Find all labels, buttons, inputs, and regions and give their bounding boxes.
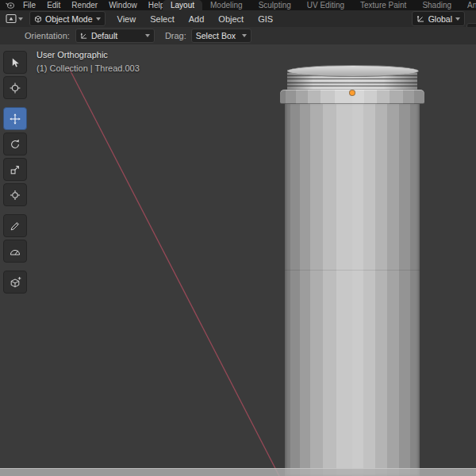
tab-sculpting[interactable]: Sculpting bbox=[251, 0, 299, 10]
menubar: File Edit Render Window Help bbox=[17, 0, 170, 10]
menu-add[interactable]: Add bbox=[182, 11, 212, 27]
drag-mode-value: Select Box bbox=[196, 31, 236, 40]
menu-gis[interactable]: GIS bbox=[251, 11, 280, 27]
transform-tool-button[interactable] bbox=[3, 183, 27, 206]
tool-settings-bar: Orientation: Default Drag: Select Box bbox=[0, 27, 476, 45]
thread-body bbox=[285, 102, 420, 476]
tab-shading[interactable]: Shading bbox=[414, 0, 459, 10]
annotate-tool-button[interactable] bbox=[3, 214, 27, 237]
chevron-down-icon bbox=[242, 34, 247, 37]
chevron-down-icon bbox=[18, 17, 23, 21]
axes-orientation-icon bbox=[416, 14, 425, 23]
mode-dropdown[interactable]: Object Mode bbox=[29, 11, 106, 26]
move-tool-button[interactable] bbox=[3, 107, 27, 130]
tab-layout[interactable]: Layout bbox=[163, 0, 202, 10]
blender-logo-icon[interactable] bbox=[3, 0, 16, 10]
menu-edit[interactable]: Edit bbox=[41, 0, 66, 10]
menu-file[interactable]: File bbox=[17, 0, 41, 10]
chevron-down-icon bbox=[455, 17, 460, 21]
mode-dropdown-label: Object Mode bbox=[45, 14, 93, 24]
blender-window: File Edit Render Window Help Layout Mode… bbox=[0, 0, 476, 476]
drag-mode-dropdown[interactable]: Select Box bbox=[191, 29, 251, 43]
viewport-menus: View Select Add Object GIS bbox=[110, 11, 281, 27]
move-arrows-icon bbox=[9, 113, 21, 125]
floor-plane bbox=[0, 468, 476, 476]
editor-type-3d-viewport-icon bbox=[6, 13, 17, 24]
tab-modeling[interactable]: Modeling bbox=[202, 0, 251, 10]
tab-animation[interactable]: Animation bbox=[459, 0, 476, 10]
topbar: File Edit Render Window Help Layout Mode… bbox=[0, 0, 476, 10]
measure-tool-button[interactable] bbox=[3, 240, 27, 263]
transform-orientation-label: Global bbox=[428, 14, 452, 24]
orientation-value: Default bbox=[91, 31, 117, 40]
cube-plus-icon bbox=[9, 276, 21, 289]
scale-box-arrow-icon bbox=[9, 163, 21, 176]
orientation-label: Orientation: bbox=[25, 31, 70, 40]
orientation-dropdown[interactable]: Default bbox=[75, 29, 155, 43]
pencil-icon bbox=[9, 220, 21, 232]
object-mode-icon bbox=[34, 15, 42, 23]
crosshair-circle-icon bbox=[9, 82, 21, 94]
3d-viewport[interactable]: User Orthographic (1) Collection | Threa… bbox=[0, 44, 476, 476]
tab-uv-editing[interactable]: UV Editing bbox=[299, 0, 352, 10]
scale-tool-button[interactable] bbox=[3, 158, 27, 181]
cursor-arrow-icon bbox=[9, 56, 21, 69]
rotate-tool-button[interactable] bbox=[3, 132, 27, 155]
protractor-icon bbox=[9, 245, 21, 258]
axes-orientation-icon bbox=[80, 32, 88, 40]
tab-texture-paint[interactable]: Texture Paint bbox=[352, 0, 414, 10]
transform-gizmo-icon bbox=[9, 189, 21, 202]
menu-select[interactable]: Select bbox=[143, 11, 182, 27]
chevron-down-icon bbox=[96, 17, 101, 21]
menu-window[interactable]: Window bbox=[103, 0, 143, 10]
transform-orientation-dropdown[interactable]: Global bbox=[412, 11, 465, 26]
chevron-down-icon bbox=[145, 34, 150, 37]
menu-object[interactable]: Object bbox=[211, 11, 251, 27]
editor-type-selector[interactable] bbox=[3, 13, 25, 25]
drag-label: Drag: bbox=[165, 31, 186, 40]
tweak-select-tool-button[interactable] bbox=[3, 51, 27, 74]
workspace-tabs: Layout Modeling Sculpting UV Editing Tex… bbox=[163, 0, 476, 10]
viewport-header: Object Mode View Select Add Object GIS G… bbox=[0, 10, 476, 28]
rotate-arc-icon bbox=[9, 138, 21, 151]
add-cube-tool-button[interactable] bbox=[3, 271, 27, 294]
menu-render[interactable]: Render bbox=[66, 0, 103, 10]
cursor-tool-button[interactable] bbox=[3, 76, 27, 99]
object-origin-dot bbox=[350, 90, 355, 95]
viewport-toolbar bbox=[3, 51, 27, 296]
menu-view[interactable]: View bbox=[110, 11, 144, 27]
thread-top-face bbox=[287, 65, 419, 77]
